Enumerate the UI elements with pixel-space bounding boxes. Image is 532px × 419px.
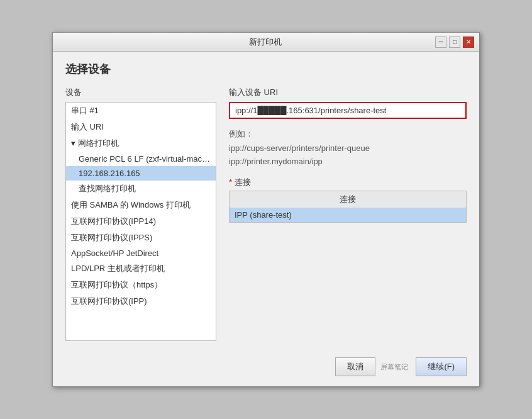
device-ipps[interactable]: 互联网打印协议(IPPS) [66, 230, 216, 246]
uri-label: 输入设备 URI [229, 87, 467, 98]
cancel-button[interactable]: 取消 [335, 357, 375, 376]
connection-col-header: 连接 [230, 191, 466, 208]
connection-label: * 连接 [229, 177, 467, 188]
connection-header-row: 连接 [230, 191, 466, 208]
uri-input[interactable] [229, 102, 467, 119]
device-list-header: 设备 [65, 87, 216, 98]
device-ipp14[interactable]: 互联网打印协议(IPP14) [66, 213, 216, 230]
device-https[interactable]: 互联网打印协议（https） [66, 277, 216, 293]
device-list[interactable]: 串口 #1 输入 URI ▾ 网络打印机 Generic PCL 6 LF (z… [65, 102, 216, 341]
example-section: 例如： ipp://cups-server/printers/printer-q… [229, 128, 467, 168]
connection-table: 连接 IPP (share-test) [229, 191, 467, 223]
watermark-text: 屏幕笔记 [380, 362, 408, 372]
printer-dialog: 新打印机 ─ □ ✕ 选择设备 设备 串口 #1 输入 URI ▾ 网络打印机 … [52, 32, 480, 387]
uri-section: 输入设备 URI [229, 87, 467, 119]
footer: 取消 屏幕笔记 继续(F) [53, 351, 479, 386]
device-input-uri[interactable]: 输入 URI [66, 119, 216, 135]
window-title: 新打印机 [96, 36, 435, 48]
window-content: 选择设备 设备 串口 #1 输入 URI ▾ 网络打印机 Generic PCL… [53, 52, 479, 351]
example-label: 例如： [229, 128, 467, 141]
required-star: * [229, 177, 232, 187]
next-button[interactable]: 继续(F) [416, 357, 467, 376]
device-samba[interactable]: 使用 SAMBA 的 Windows 打印机 [66, 197, 216, 213]
connection-section: * 连接 连接 IPP (share-test) [229, 177, 467, 223]
title-bar: 新打印机 ─ □ ✕ [53, 33, 479, 52]
example-line1: ipp://cups-server/printers/printer-queue [229, 142, 467, 155]
maximize-button[interactable]: □ [449, 36, 460, 48]
device-ip-address[interactable]: 192.168.216.165 [66, 166, 216, 181]
device-generic-pcl[interactable]: Generic PCL 6 LF (zxf-virtual-machine.lo… [66, 152, 216, 166]
right-panel: 输入设备 URI 例如： ipp://cups-server/printers/… [229, 87, 467, 341]
connection-row-ipp[interactable]: IPP (share-test) [230, 208, 466, 222]
device-find-network[interactable]: 查找网络打印机 [66, 181, 216, 197]
example-line2: ipp://printer.mydomain/ipp [229, 155, 467, 169]
device-lpdlpr[interactable]: LPD/LPR 主机或者打印机 [66, 260, 216, 277]
minimize-button[interactable]: ─ [435, 36, 446, 48]
connection-cell-ipp: IPP (share-test) [230, 208, 466, 222]
close-button[interactable]: ✕ [463, 36, 474, 48]
device-serial1[interactable]: 串口 #1 [66, 103, 216, 119]
device-ipp[interactable]: 互联网打印协议(IPP) [66, 293, 216, 310]
device-network-header[interactable]: ▾ 网络打印机 [66, 135, 216, 152]
title-bar-controls: ─ □ ✕ [435, 36, 474, 48]
main-layout: 设备 串口 #1 输入 URI ▾ 网络打印机 Generic PCL 6 LF… [65, 87, 467, 341]
device-appsocket[interactable]: AppSocket/HP JetDirect [66, 246, 216, 260]
left-panel: 设备 串口 #1 输入 URI ▾ 网络打印机 Generic PCL 6 LF… [65, 87, 216, 341]
connection-label-text: 连接 [235, 177, 251, 187]
page-title: 选择设备 [65, 62, 467, 77]
